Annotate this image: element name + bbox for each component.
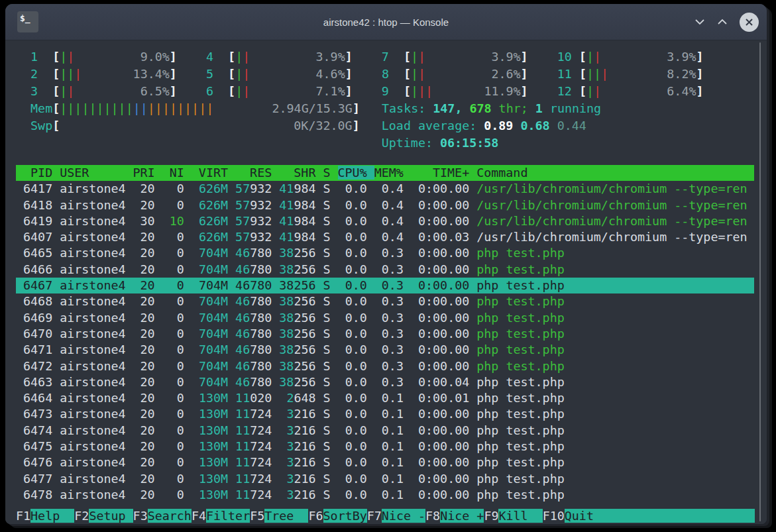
sort-column-header: CPU% xyxy=(338,166,374,180)
process-row[interactable]: 6417 airstone4 20 0 626M 57932 41984 S 0… xyxy=(16,181,754,197)
fkey-f1-help[interactable]: F1Help xyxy=(16,509,74,523)
maximize-button[interactable] xyxy=(712,4,732,40)
fkey-f6-sortby[interactable]: F6SortBy xyxy=(308,509,366,523)
konsole-window: $_ airstone42 : htop — Konsole 1 [|| 9.0… xyxy=(5,4,767,524)
process-row[interactable]: 6477 airstone4 20 0 130M 11724 3216 S 0.… xyxy=(16,471,754,487)
fkey-f4-filter[interactable]: F4Filter xyxy=(192,509,250,523)
swap-meter: Swp[ 0K/32.0G] Load average: 0.89 0.68 0… xyxy=(16,117,767,134)
scrollbar[interactable] xyxy=(759,42,761,521)
uptime-line: Uptime: 06:15:58 xyxy=(16,134,767,152)
fkey-f7-nice[interactable]: F7Nice - xyxy=(367,509,425,523)
cpu-meter-row: 2 [||| 13.4%] 5 [|| 4.6%] 8 [|| 2.6%] 11… xyxy=(16,66,767,83)
process-row[interactable]: 6468 airstone4 20 0 704M 46780 38256 S 0… xyxy=(16,293,754,309)
fkey-f8-nice[interactable]: F8Nice + xyxy=(425,509,484,523)
fkey-f5-tree[interactable]: F5Tree xyxy=(250,509,308,523)
process-row[interactable]: 6476 airstone4 20 0 130M 11724 3216 S 0.… xyxy=(16,454,754,470)
chevron-up-icon xyxy=(717,19,728,25)
close-button[interactable] xyxy=(739,4,759,40)
process-row[interactable]: 6466 airstone4 20 0 704M 46780 38256 S 0… xyxy=(16,262,754,278)
title-bar[interactable]: $_ airstone42 : htop — Konsole xyxy=(5,4,767,40)
window-title: airstone42 : htop — Konsole xyxy=(5,4,767,40)
process-row[interactable]: 6478 airstone4 20 0 130M 11724 3216 S 0.… xyxy=(16,487,754,503)
htop-meters: 1 [|| 9.0%] 4 [|| 3.9%] 7 [|| 3.9%] 10 [… xyxy=(16,48,767,152)
cpu-meter-row: 3 [|| 6.5%] 6 [|| 7.1%] 9 [||| 11.9%] 12… xyxy=(16,83,767,100)
process-row[interactable]: 6419 airstone4 30 10 626M 57932 41984 S … xyxy=(16,213,754,229)
process-row[interactable]: 6470 airstone4 20 0 704M 46780 38256 S 0… xyxy=(16,326,754,342)
fkey-f3-search[interactable]: F3Search xyxy=(133,509,192,523)
memory-meter: Mem[||||||||||||||||||||| 2.94G/15.3G] T… xyxy=(16,100,767,117)
terminal-view[interactable]: 1 [|| 9.0%] 4 [|| 3.9%] 7 [|| 3.9%] 10 [… xyxy=(5,40,767,524)
minimize-button[interactable] xyxy=(690,4,710,40)
process-row[interactable]: 6475 airstone4 20 0 130M 11724 3216 S 0.… xyxy=(16,439,754,454)
fkey-f2-setup[interactable]: F2Setup xyxy=(74,509,133,523)
process-row[interactable]: 6464 airstone4 20 0 130M 11020 2648 S 0.… xyxy=(16,390,754,406)
process-row[interactable]: 6471 airstone4 20 0 704M 46780 38256 S 0… xyxy=(16,342,754,358)
process-row[interactable]: 6473 airstone4 20 0 130M 11724 3216 S 0.… xyxy=(16,406,754,422)
process-row[interactable]: 6465 airstone4 20 0 704M 46780 38256 S 0… xyxy=(16,245,754,261)
cpu-meter-row: 1 [|| 9.0%] 4 [|| 3.9%] 7 [|| 3.9%] 10 [… xyxy=(16,48,767,66)
process-row-selected[interactable]: 6467 airstone4 20 0 704M 46780 38256 S 0… xyxy=(16,278,754,293)
process-row[interactable]: 6474 airstone4 20 0 130M 11724 3216 S 0.… xyxy=(16,423,754,439)
fkey-f9-kill[interactable]: F9Kill xyxy=(484,509,542,523)
close-icon xyxy=(740,13,759,32)
process-row[interactable]: 6472 airstone4 20 0 704M 46780 38256 S 0… xyxy=(16,358,754,374)
function-key-bar: F1Help F2Setup F3SearchF4FilterF5Tree F6… xyxy=(16,508,754,524)
process-table: 6417 airstone4 20 0 626M 57932 41984 S 0… xyxy=(16,181,767,503)
fkey-f10-quit[interactable]: F10Quit xyxy=(543,509,755,523)
process-row[interactable]: 6407 airstone4 20 0 626M 57932 41984 S 0… xyxy=(16,229,754,245)
chevron-down-icon xyxy=(694,19,705,25)
process-row[interactable]: 6463 airstone4 20 0 704M 46780 38256 S 0… xyxy=(16,374,754,390)
process-row[interactable]: 6469 airstone4 20 0 704M 46780 38256 S 0… xyxy=(16,310,754,326)
process-row[interactable]: 6418 airstone4 20 0 626M 57932 41984 S 0… xyxy=(16,197,754,213)
process-table-header[interactable]: PID USER PRI NI VIRT RES SHR S CPU% MEM%… xyxy=(16,165,754,181)
